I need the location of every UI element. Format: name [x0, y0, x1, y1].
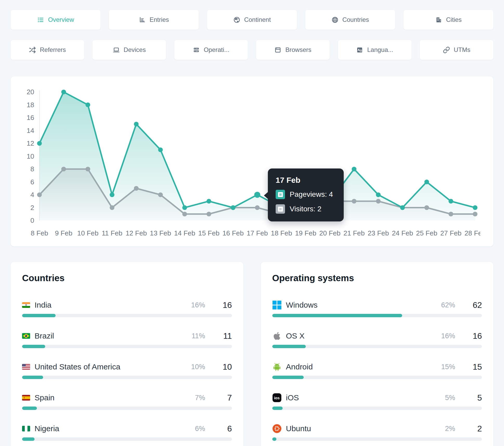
brazil-flag [22, 333, 30, 339]
tooltip-visitors-row: Visitors: 2 [276, 204, 336, 214]
list-item[interactable]: Android 15% 15 [272, 361, 482, 379]
list-item[interactable]: Ubuntu 2% 2 [272, 423, 482, 441]
list-item[interactable]: Nigeria 6% 6 [22, 423, 232, 441]
tab-row-primary: Overview Entries Continent Countries [10, 10, 494, 30]
os-panel-title: Operating systems [272, 273, 482, 283]
country-name: Spain [35, 393, 180, 402]
tab-label: Operati... [204, 46, 229, 53]
svg-text:19 Feb: 19 Feb [295, 229, 316, 237]
country-value: 11 [216, 331, 232, 341]
pageviews-visitors-chart[interactable]: 024681012141618208 Feb9 Feb10 Feb11 Feb1… [18, 85, 480, 243]
server-icon [193, 46, 200, 53]
os-percent: 62% [434, 301, 455, 309]
tab-devices[interactable]: Devices [92, 40, 166, 60]
tab-browsers[interactable]: Browsers [256, 40, 330, 60]
operating-systems-panel: Operating systems Windows 62% 62 OS X 16… [261, 262, 494, 446]
tooltip-pageviews-row: Pageviews: 4 [276, 190, 336, 199]
svg-text:10: 10 [26, 152, 34, 160]
country-name: United States of America [35, 362, 180, 371]
country-name: India [35, 301, 180, 309]
os-value: 5 [466, 393, 482, 403]
progress-track [22, 345, 232, 348]
countries-panel-title: Countries [22, 273, 232, 283]
tab-label: Entries [150, 16, 169, 23]
progress-fill [22, 345, 45, 348]
svg-text:20 Feb: 20 Feb [319, 229, 341, 237]
tab-overview[interactable]: Overview [10, 10, 101, 30]
progress-fill [272, 437, 276, 441]
windows-icon [272, 300, 282, 310]
tab-label: Overview [48, 16, 74, 23]
list-item[interactable]: Brazil 11% 11 [22, 330, 232, 348]
country-percent: 6% [184, 425, 205, 433]
svg-text:27 Feb: 27 Feb [440, 229, 462, 237]
country-name: Nigeria [35, 424, 180, 433]
progress-track [272, 376, 482, 379]
ubuntu-icon [272, 424, 282, 433]
progress-fill [272, 407, 283, 410]
list-item[interactable]: United States of America 10% 10 [22, 361, 232, 379]
tooltip-pageviews-value: Pageviews: 4 [290, 190, 333, 199]
list-item[interactable]: India 16% 16 [22, 299, 232, 317]
language-icon [356, 46, 363, 53]
usa-flag [22, 364, 30, 370]
tab-operating-systems[interactable]: Operati... [174, 40, 248, 60]
tab-countries[interactable]: Countries [305, 10, 395, 30]
os-value: 15 [466, 362, 482, 372]
apple-icon [272, 331, 282, 341]
tab-utms[interactable]: UTMs [420, 40, 494, 60]
tab-label: Cities [446, 16, 462, 23]
bar-chart-icon [139, 16, 146, 23]
tab-label: Continent [244, 16, 271, 23]
os-value: 62 [466, 300, 482, 310]
progress-track [22, 407, 232, 410]
list-item[interactable]: OS X 16% 16 [272, 330, 482, 348]
continent-icon [233, 16, 240, 23]
progress-track [272, 345, 482, 348]
progress-fill [272, 345, 306, 348]
svg-text:8: 8 [30, 165, 34, 173]
list-item[interactable]: Windows 62% 62 [272, 299, 482, 317]
svg-text:13 Feb: 13 Feb [150, 229, 171, 237]
stats-panels: Countries India 16% 16 Brazil 11% 11 [10, 262, 494, 446]
svg-text:2: 2 [30, 204, 34, 212]
tab-continent[interactable]: Continent [207, 10, 297, 30]
tab-entries[interactable]: Entries [109, 10, 199, 30]
progress-track [272, 314, 482, 317]
os-name: OS X [286, 332, 430, 340]
svg-text:18: 18 [26, 101, 34, 109]
tab-languages[interactable]: Langua... [338, 40, 412, 60]
country-percent: 11% [184, 332, 205, 340]
tab-label: Devices [124, 46, 146, 53]
globe-icon [331, 16, 339, 23]
progress-track [22, 437, 232, 441]
os-percent: 15% [434, 363, 455, 371]
svg-text:16 Feb: 16 Feb [222, 229, 244, 237]
svg-text:14 Feb: 14 Feb [174, 229, 195, 237]
chart-tooltip: 17 Feb Pageviews: 4 Visitors: 2 [268, 168, 344, 221]
list-item[interactable]: Spain 7% 7 [22, 392, 232, 410]
country-value: 7 [216, 393, 232, 403]
svg-text:0: 0 [30, 217, 34, 224]
traffic-chart-card: 024681012141618208 Feb9 Feb10 Feb11 Feb1… [10, 76, 494, 247]
laptop-icon [113, 46, 120, 53]
spain-flag [22, 395, 30, 401]
progress-track [22, 314, 232, 317]
list-item[interactable]: ios iOS 5% 5 [272, 392, 482, 410]
countries-panel: Countries India 16% 16 Brazil 11% 11 [10, 262, 244, 446]
svg-text:17 Feb: 17 Feb [247, 229, 268, 237]
svg-text:25 Feb: 25 Feb [416, 229, 437, 237]
visitors-swatch-icon [276, 204, 285, 214]
india-flag [22, 302, 30, 308]
nigeria-flag [22, 426, 30, 431]
tab-label: Langua... [367, 46, 393, 53]
tab-label: Referrers [40, 46, 66, 53]
os-name: iOS [286, 393, 430, 402]
svg-text:20: 20 [26, 88, 34, 96]
tab-cities[interactable]: Cities [403, 10, 494, 30]
os-value: 16 [466, 331, 482, 341]
ios-icon: ios [272, 393, 282, 402]
tab-row-secondary: Referrers Devices Operati... [10, 40, 494, 60]
tab-referrers[interactable]: Referrers [10, 40, 84, 60]
svg-text:12 Feb: 12 Feb [126, 229, 147, 237]
